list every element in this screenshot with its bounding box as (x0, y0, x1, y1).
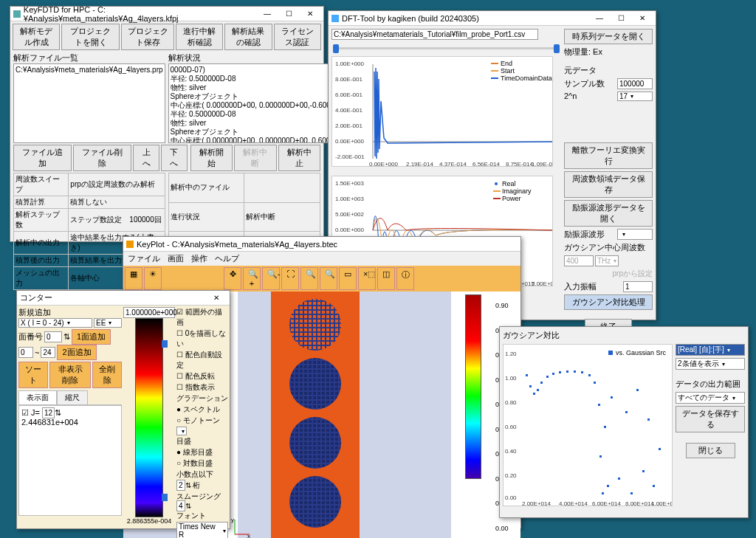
svg-rect-66 (574, 370, 576, 373)
amp-input[interactable]: 1 (623, 281, 653, 292)
btn-model[interactable]: 解析モデル作成 (13, 24, 60, 50)
excwave-select[interactable] (617, 229, 653, 240)
disp-select[interactable]: 2条値を表示 (676, 358, 745, 370)
svg-rect-81 (647, 418, 650, 421)
dft-titlebar[interactable]: DFT-Tool by kagiken (build 20240305) —☐✕ (329, 11, 656, 26)
btn-hide[interactable]: 非表示削除 (49, 362, 92, 388)
rd-log[interactable]: 対数目盛 (176, 458, 228, 469)
contour-titlebar[interactable]: コンター ✕ (17, 291, 230, 306)
btn-fileadd[interactable]: ファイル追加 (13, 145, 72, 171)
svg-text:1.00E+015: 1.00E+015 (651, 500, 673, 506)
svg-text:1.50E+003: 1.50E+003 (335, 180, 364, 187)
max-icon[interactable]: ☐ (278, 8, 299, 20)
close-icon[interactable]: ✕ (206, 292, 227, 304)
svg-text:1.09E-013: 1.09E-013 (532, 161, 553, 167)
rd-mono[interactable]: モノトーン (176, 415, 228, 426)
min-icon[interactable]: — (589, 13, 610, 24)
keyplot-titlebar[interactable]: KeyPlot - C:¥Analysis¥meta_materials¥Ag_… (123, 237, 520, 252)
tool-sel-icon[interactable]: ▭ (339, 267, 357, 290)
btn-up[interactable]: 上へ (133, 145, 159, 171)
tool-sun-icon[interactable]: ☀ (144, 267, 162, 290)
max-icon[interactable]: ☐ (611, 13, 631, 24)
btn-saveproj[interactable]: プロジェクト保存 (121, 24, 174, 50)
axis-select[interactable]: X ( I = 0 - 24) (18, 318, 92, 328)
btn-stop[interactable]: 解析中止 (278, 145, 320, 171)
btn-start[interactable]: 解析開始 (190, 145, 233, 171)
menu-file[interactable]: ファイル (128, 253, 160, 264)
slider-handle[interactable] (162, 340, 168, 348)
rd-spectrum[interactable]: スペクトル (176, 404, 228, 415)
tool-x-icon[interactable]: ×⬚ (358, 267, 376, 290)
j-check[interactable] (21, 408, 31, 417)
tool-fit-icon[interactable]: ⛶ (281, 267, 299, 290)
btn-filedel[interactable]: ファイル削除 (73, 145, 131, 171)
menu-view[interactable]: 画面 (168, 253, 184, 264)
btn-open-exc[interactable]: 励振源波形データを開く (564, 200, 653, 227)
btn-del[interactable]: 全削除 (92, 362, 122, 388)
btn-down[interactable]: 下へ (161, 145, 188, 171)
range-select[interactable]: すべてのデータ (676, 392, 745, 404)
menu-op[interactable]: 操作 (191, 253, 207, 264)
tool-move-icon[interactable]: ✥ (224, 267, 241, 290)
j-input[interactable]: 12 (42, 407, 55, 418)
tool-zoom2-icon[interactable]: 🔍 (300, 267, 318, 290)
ck-invert[interactable]: 配色反転 (176, 371, 228, 382)
mode-select[interactable]: [Real] [自]:[手] (676, 344, 745, 356)
tool-info-icon[interactable]: ⓘ (396, 267, 414, 290)
svg-text:0.80: 0.80 (505, 399, 517, 406)
btn-result[interactable]: 解析結果の確認 (224, 24, 272, 50)
ck-zero[interactable]: 0を描画しない (176, 328, 228, 349)
face-input[interactable]: 0 (44, 331, 62, 342)
status-box[interactable]: 0000D-07) 半径: 0.500000D-08 物性: silver Sp… (168, 63, 351, 143)
ck-range[interactable]: 範囲外の描画 (176, 307, 228, 328)
svg-text:2.00E+015: 2.00E+015 (532, 280, 553, 286)
svg-text:1.00E+003: 1.00E+003 (335, 196, 364, 202)
btn-openproj[interactable]: プロジェクトを開く (61, 24, 120, 50)
tool-cube-icon[interactable]: ▦ (125, 267, 142, 290)
tool-zoomout-icon[interactable]: 🔍- (262, 267, 280, 290)
min-icon[interactable]: — (257, 8, 278, 20)
svg-text:Start: Start (501, 67, 515, 75)
filelist-box[interactable]: C:¥Analysis¥meta_materials¥Ag_4layers.pr… (13, 63, 165, 143)
path-input[interactable]: C:¥Analysis¥metamaterials_Tutorial¥film_… (331, 29, 538, 40)
svg-rect-63 (552, 373, 554, 375)
svg-text:Imaginary: Imaginary (502, 187, 532, 195)
svg-text:1.00: 1.00 (505, 375, 517, 382)
close-icon[interactable]: ✕ (632, 13, 653, 24)
btn-add2[interactable]: 2面追加 (57, 345, 96, 360)
btn-progress[interactable]: 進行中解析確認 (176, 24, 223, 50)
btn-fft[interactable]: 離散フーリエ変換実行 (564, 142, 653, 169)
btn-sort[interactable]: ソート (18, 362, 48, 388)
tool-zoomin-icon[interactable]: 🔍+ (243, 267, 261, 290)
cmax-input[interactable]: 1.000000e+000 (123, 307, 175, 318)
slider-handle[interactable] (162, 494, 168, 501)
font-select[interactable]: Times New R (176, 522, 228, 538)
svg-text:TimeDomainData: TimeDomainData (501, 75, 552, 82)
range-slider[interactable] (333, 44, 560, 52)
exp-select[interactable]: 17 (617, 92, 653, 101)
ck-exp[interactable]: 指数表示 (176, 382, 228, 393)
comp-select[interactable]: EE (94, 318, 122, 328)
btn-add1[interactable]: 1面追加 (72, 329, 111, 345)
rd-linear[interactable]: 線形目盛 (176, 447, 228, 458)
tool-zoom3-icon[interactable]: 🔍 (320, 267, 337, 290)
svg-text:6.00E+014: 6.00E+014 (592, 500, 621, 506)
btn-close[interactable]: 閉じる (686, 443, 735, 458)
sphere-icon (289, 299, 341, 351)
gauss-window: ガウシアン対比 1.201.000.800.600.400.200.00 2.0… (499, 326, 749, 518)
close-icon[interactable]: ✕ (300, 8, 320, 20)
keyfdtd-titlebar[interactable]: KeyFDTD for HPC - C:¥Analysis¥meta_mater… (10, 7, 323, 21)
btn-save-data[interactable]: データを保存する (676, 406, 745, 432)
svg-rect-77 (625, 411, 628, 413)
svg-rect-71 (599, 455, 602, 458)
btn-license[interactable]: ライセンス認証 (274, 24, 321, 50)
btn-gauss[interactable]: ガウシアン対比処理 (564, 294, 653, 310)
tool-ruler-icon[interactable]: ◫ (377, 267, 395, 290)
tab-scale[interactable]: 縮尺 (57, 390, 88, 404)
menu-help[interactable]: ヘルプ (215, 253, 239, 264)
sample-input[interactable]: 100000 (617, 78, 653, 89)
btn-open-ts[interactable]: 時系列データを開く (564, 29, 653, 44)
btn-save-freq[interactable]: 周波数領域データ保存 (564, 171, 653, 198)
tab-surface[interactable]: 表示面 (18, 390, 57, 404)
ck-auto[interactable]: 配色自動設定 (176, 350, 228, 370)
